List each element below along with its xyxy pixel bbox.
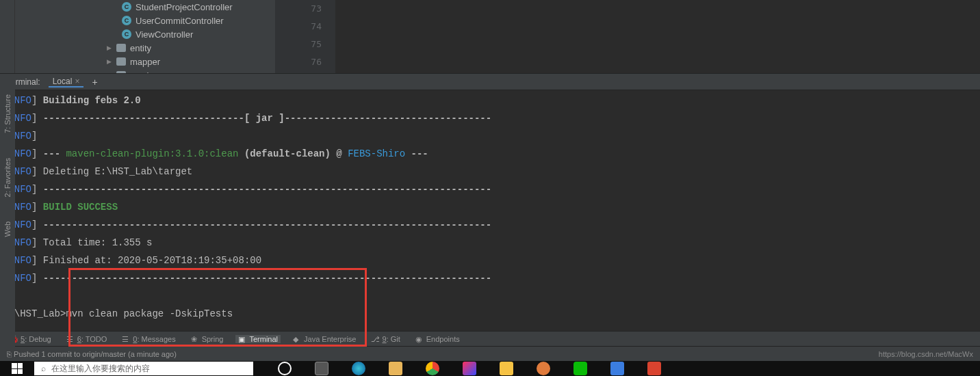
tree-item[interactable]: CStudentProjectController [19,0,271,14]
app-icon[interactable] [537,362,550,375]
tool-tab-javaenterprise[interactable]: ◆Java Enterprise [290,335,359,343]
tree-item[interactable]: ▶service [19,68,271,73]
code-editor[interactable]: List<ExperimentProject> experimentProjec… [335,0,980,73]
tool-label: 9: Git [382,335,400,343]
expand-arrow-icon[interactable]: ▶ [105,44,112,51]
tree-label: service [130,70,158,74]
tool-label: 0: Messages [133,335,175,343]
taskbar-icons [253,362,661,375]
tool-window-tab[interactable]: 2: Favorites [3,158,12,197]
cortana-icon[interactable] [278,362,292,375]
tool-tab-git[interactable]: ⎇9: Git [368,335,402,343]
chrome-icon[interactable] [426,362,439,375]
expand-arrow-icon[interactable]: ▶ [105,58,112,65]
package-icon [116,57,126,66]
windows-search[interactable]: ⌕ 在这里输入你要搜索的内容 [34,362,253,375]
navicat-icon[interactable] [500,362,513,375]
status-message: ⎘ Pushed 1 commit to origin/master (a mi… [7,350,177,358]
tool-tab-todo[interactable]: ☰6: TODO [64,335,110,343]
terminal-header: Terminal: Local× + [0,74,980,90]
app-icon[interactable] [610,362,624,375]
explorer-icon[interactable] [389,362,402,375]
tree-item[interactable]: CViewController [19,27,271,41]
tool-window-tab[interactable]: 7: Structure [3,94,12,133]
tool-icon: ❀ [191,335,199,343]
wechat-icon[interactable] [573,362,587,375]
tool-icon: ◆ [293,335,301,343]
tool-label: 5: Debug [21,335,51,343]
tool-window-tab[interactable]: Web [3,221,12,237]
tool-icon: ◉ [415,335,424,343]
tool-tab-endpoints[interactable]: ◉Endpoints [413,335,463,343]
class-icon: C [122,16,131,25]
close-icon[interactable]: × [75,77,79,86]
tool-label: 6: TODO [77,335,107,343]
tool-tab-spring[interactable]: ❀Spring [188,335,227,343]
project-tree[interactable]: CStudentProjectControllerCUserCommitCont… [15,0,275,73]
tree-label: UserCommitController [136,16,224,26]
tree-item[interactable]: ▶entity [19,41,271,55]
tool-icon: ⎇ [371,335,379,343]
taskview-icon[interactable] [315,362,328,375]
terminal-add-tab[interactable]: + [92,77,97,88]
tool-label: Endpoints [426,335,460,343]
tree-label: ViewController [136,29,193,40]
tree-item[interactable]: CUserCommitController [19,14,271,27]
terminal-panel: Terminal: Local× + [INFO] Building febs … [0,74,980,331]
package-icon [116,71,126,73]
tool-icon: ▣ [238,335,246,343]
tree-item[interactable]: ▶mapper [19,55,271,68]
class-icon: C [122,2,131,12]
tool-tab-messages[interactable]: ☰0: Messages [119,335,178,343]
search-placeholder: 在这里输入你要搜索的内容 [51,363,150,375]
line-gutter: 73747576 [275,0,335,73]
tool-tab-terminal[interactable]: ▣Terminal [235,335,281,343]
left-tool-strip: 7: Structure2: FavoritesWeb [0,74,15,347]
line-number[interactable]: 74 [275,18,322,36]
tool-label: Java Enterprise [304,335,356,343]
watermark: https://blog.csdn.net/MacWx [879,350,973,358]
tool-label: Terminal [249,335,278,343]
line-number[interactable]: 73 [275,0,322,18]
line-number[interactable]: 76 [275,53,322,71]
edge-icon[interactable] [352,362,365,375]
tree-label: entity [130,43,151,53]
bottom-tool-bar: 🐞5: Debug☰6: TODO☰0: Messages❀Spring▣Ter… [0,331,980,346]
search-icon: ⌕ [41,364,46,373]
start-button[interactable] [0,361,34,376]
tree-label: StudentProjectController [136,2,233,12]
editor-area: CStudentProjectControllerCUserCommitCont… [0,0,980,74]
terminal-output[interactable]: [INFO] Building febs 2.0[INFO] ---------… [0,90,980,331]
status-bar: ⎘ Pushed 1 commit to origin/master (a mi… [0,346,980,361]
terminal-tab-local[interactable]: Local× [49,77,84,88]
left-gutter-strip [0,0,15,73]
windows-taskbar[interactable]: ⌕ 在这里输入你要搜索的内容 [0,361,980,376]
tool-icon: ☰ [66,335,75,343]
tree-label: mapper [130,57,160,67]
tool-label: Spring [202,335,224,343]
intellij-icon[interactable] [463,362,476,375]
tool-icon: ☰ [122,335,130,343]
expand-arrow-icon[interactable]: ▶ [105,72,112,73]
class-icon: C [122,29,131,39]
app-icon[interactable] [647,362,661,375]
line-number[interactable]: 75 [275,36,322,53]
package-icon [116,44,126,52]
